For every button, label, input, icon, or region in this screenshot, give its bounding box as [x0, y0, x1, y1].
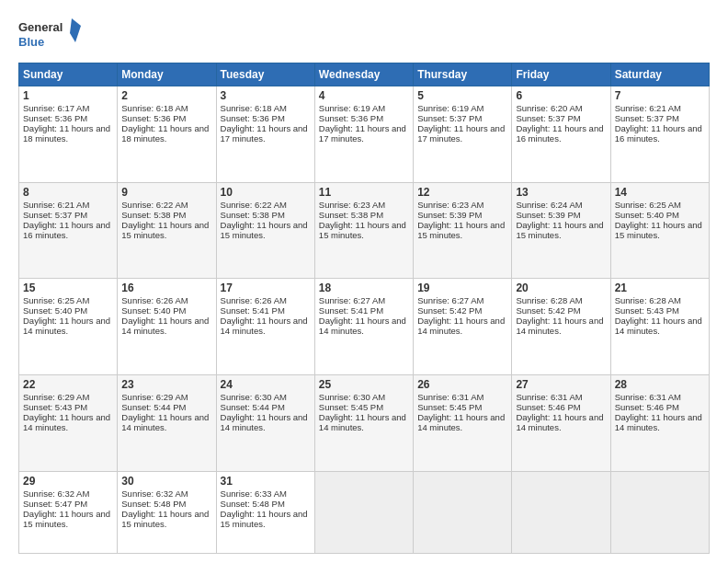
daylight-text: Daylight: 11 hours and 18 minutes.: [121, 123, 209, 144]
day-number: 2: [121, 89, 211, 102]
daylight-text: Daylight: 11 hours and 15 minutes.: [221, 220, 308, 240]
svg-marker-2: [70, 18, 81, 42]
day-number: 28: [615, 378, 705, 391]
day-header-thursday: Thursday: [414, 63, 512, 86]
daylight-text: Daylight: 11 hours and 15 minutes.: [121, 509, 209, 529]
svg-text:General: General: [18, 20, 63, 34]
sunset-text: Sunset: 5:42 PM: [417, 305, 482, 316]
calendar-cell: 23Sunrise: 6:29 AMSunset: 5:44 PMDayligh…: [118, 374, 216, 471]
daylight-text: Daylight: 11 hours and 14 minutes.: [121, 412, 209, 432]
calendar-cell: 28Sunrise: 6:31 AMSunset: 5:46 PMDayligh…: [610, 374, 709, 471]
sunrise-text: Sunrise: 6:32 AM: [121, 488, 188, 499]
sunset-text: Sunset: 5:46 PM: [615, 402, 679, 412]
sunset-text: Sunset: 5:39 PM: [417, 210, 482, 220]
daylight-text: Daylight: 11 hours and 15 minutes.: [319, 220, 406, 240]
daylight-text: Daylight: 11 hours and 16 minutes.: [516, 123, 603, 144]
sunrise-text: Sunrise: 6:31 AM: [516, 392, 582, 402]
sunset-text: Sunset: 5:37 PM: [23, 210, 87, 220]
calendar-cell: 19Sunrise: 6:27 AMSunset: 5:42 PMDayligh…: [414, 279, 512, 375]
daylight-text: Daylight: 11 hours and 15 minutes.: [615, 220, 702, 240]
daylight-text: Daylight: 11 hours and 14 minutes.: [417, 316, 505, 336]
sunrise-text: Sunrise: 6:23 AM: [319, 200, 385, 210]
calendar-cell: 18Sunrise: 6:27 AMSunset: 5:41 PMDayligh…: [314, 279, 413, 375]
week-row-1: 1Sunrise: 6:17 AMSunset: 5:36 PMDaylight…: [19, 86, 710, 183]
daylight-text: Daylight: 11 hours and 14 minutes.: [615, 316, 702, 336]
sunrise-text: Sunrise: 6:20 AM: [516, 103, 582, 113]
day-header-wednesday: Wednesday: [314, 63, 413, 86]
day-number: 6: [516, 89, 606, 102]
day-number: 30: [121, 475, 211, 488]
sunrise-text: Sunrise: 6:23 AM: [417, 200, 483, 210]
calendar-cell: 15Sunrise: 6:25 AMSunset: 5:40 PMDayligh…: [19, 279, 118, 375]
day-number: 22: [23, 378, 113, 391]
calendar-cell: 8Sunrise: 6:21 AMSunset: 5:37 PMDaylight…: [19, 182, 118, 279]
sunrise-text: Sunrise: 6:31 AM: [615, 392, 681, 402]
sunrise-text: Sunrise: 6:33 AM: [221, 488, 287, 499]
calendar-cell: 16Sunrise: 6:26 AMSunset: 5:40 PMDayligh…: [118, 279, 216, 375]
sunrise-text: Sunrise: 6:25 AM: [615, 200, 681, 210]
week-row-2: 8Sunrise: 6:21 AMSunset: 5:37 PMDaylight…: [19, 182, 710, 279]
sunrise-text: Sunrise: 6:26 AM: [221, 295, 287, 305]
calendar-cell: 1Sunrise: 6:17 AMSunset: 5:36 PMDaylight…: [19, 86, 118, 183]
calendar-cell: [414, 471, 512, 553]
week-row-5: 29Sunrise: 6:32 AMSunset: 5:47 PMDayligh…: [19, 471, 710, 553]
day-number: 14: [615, 186, 705, 199]
svg-text:Blue: Blue: [18, 35, 44, 49]
day-header-saturday: Saturday: [610, 63, 709, 86]
day-number: 13: [516, 186, 606, 199]
calendar-cell: 2Sunrise: 6:18 AMSunset: 5:36 PMDaylight…: [118, 86, 216, 183]
day-number: 26: [417, 378, 507, 391]
sunset-text: Sunset: 5:48 PM: [121, 499, 186, 509]
daylight-text: Daylight: 11 hours and 16 minutes.: [615, 123, 702, 144]
daylight-text: Daylight: 11 hours and 14 minutes.: [23, 316, 110, 336]
sunrise-text: Sunrise: 6:27 AM: [319, 295, 385, 305]
logo: GeneralBlue: [18, 17, 83, 53]
sunrise-text: Sunrise: 6:28 AM: [615, 295, 681, 305]
daylight-text: Daylight: 11 hours and 17 minutes.: [221, 123, 308, 144]
day-number: 11: [319, 186, 409, 199]
sunset-text: Sunset: 5:47 PM: [23, 499, 87, 509]
calendar-cell: 22Sunrise: 6:29 AMSunset: 5:43 PMDayligh…: [19, 374, 118, 471]
daylight-text: Daylight: 11 hours and 14 minutes.: [221, 316, 308, 336]
sunset-text: Sunset: 5:36 PM: [23, 113, 87, 123]
sunset-text: Sunset: 5:39 PM: [516, 210, 580, 220]
sunset-text: Sunset: 5:43 PM: [23, 402, 87, 412]
day-number: 3: [221, 89, 311, 102]
sunrise-text: Sunrise: 6:21 AM: [615, 103, 681, 113]
daylight-text: Daylight: 11 hours and 14 minutes.: [417, 412, 505, 432]
calendar-cell: 3Sunrise: 6:18 AMSunset: 5:36 PMDaylight…: [216, 86, 314, 183]
daylight-text: Daylight: 11 hours and 14 minutes.: [23, 412, 110, 432]
calendar-cell: 10Sunrise: 6:22 AMSunset: 5:38 PMDayligh…: [216, 182, 314, 279]
sunrise-text: Sunrise: 6:21 AM: [23, 200, 89, 210]
calendar-cell: 13Sunrise: 6:24 AMSunset: 5:39 PMDayligh…: [512, 182, 610, 279]
daylight-text: Daylight: 11 hours and 17 minutes.: [417, 123, 505, 144]
day-header-tuesday: Tuesday: [216, 63, 314, 86]
daylight-text: Daylight: 11 hours and 17 minutes.: [319, 123, 406, 144]
calendar-table: SundayMondayTuesdayWednesdayThursdayFrid…: [18, 63, 710, 554]
day-number: 17: [221, 282, 311, 294]
calendar-cell: 27Sunrise: 6:31 AMSunset: 5:46 PMDayligh…: [512, 374, 610, 471]
calendar-cell: 24Sunrise: 6:30 AMSunset: 5:44 PMDayligh…: [216, 374, 314, 471]
sunset-text: Sunset: 5:40 PM: [615, 210, 679, 220]
sunset-text: Sunset: 5:44 PM: [221, 402, 285, 412]
sunrise-text: Sunrise: 6:29 AM: [23, 392, 89, 402]
sunrise-text: Sunrise: 6:18 AM: [221, 103, 287, 113]
calendar-cell: 29Sunrise: 6:32 AMSunset: 5:47 PMDayligh…: [19, 471, 118, 553]
calendar-cell: [314, 471, 413, 553]
week-row-4: 22Sunrise: 6:29 AMSunset: 5:43 PMDayligh…: [19, 374, 710, 471]
calendar-cell: 4Sunrise: 6:19 AMSunset: 5:36 PMDaylight…: [314, 86, 413, 183]
sunset-text: Sunset: 5:40 PM: [23, 305, 87, 316]
sunset-text: Sunset: 5:38 PM: [221, 210, 285, 220]
sunset-text: Sunset: 5:36 PM: [221, 113, 285, 123]
calendar-cell: 5Sunrise: 6:19 AMSunset: 5:37 PMDaylight…: [414, 86, 512, 183]
calendar-cell: 6Sunrise: 6:20 AMSunset: 5:37 PMDaylight…: [512, 86, 610, 183]
day-header-sunday: Sunday: [19, 63, 118, 86]
sunset-text: Sunset: 5:37 PM: [615, 113, 679, 123]
day-number: 10: [221, 186, 311, 199]
sunrise-text: Sunrise: 6:27 AM: [417, 295, 483, 305]
sunset-text: Sunset: 5:48 PM: [221, 499, 285, 509]
sunset-text: Sunset: 5:46 PM: [516, 402, 580, 412]
daylight-text: Daylight: 11 hours and 18 minutes.: [23, 123, 110, 144]
day-number: 4: [319, 89, 409, 102]
sunrise-text: Sunrise: 6:22 AM: [221, 200, 287, 210]
